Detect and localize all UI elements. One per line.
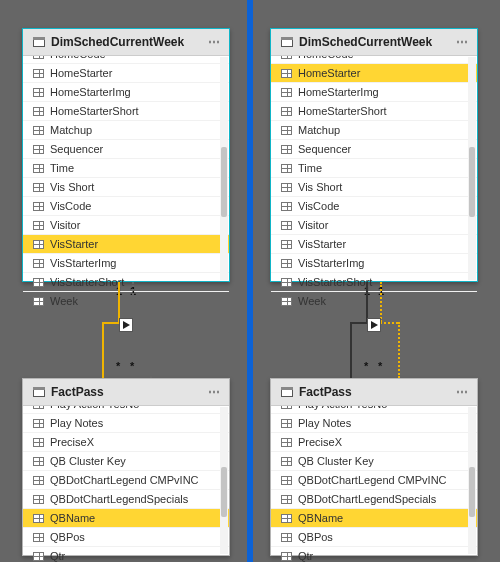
field-row[interactable]: HomeCode	[271, 56, 477, 63]
field-row[interactable]: Vis Short	[23, 177, 229, 196]
field-row[interactable]: QBDotChartLegend CMPvINC	[23, 470, 229, 489]
column-icon	[33, 183, 44, 192]
field-row[interactable]: Week	[23, 291, 229, 310]
scrollbar[interactable]	[468, 407, 476, 554]
field-row[interactable]: QBName	[23, 508, 229, 527]
field-row[interactable]: HomeStarterShort	[271, 101, 477, 120]
field-row[interactable]: Matchup	[271, 120, 477, 139]
field-row[interactable]: QBDotChartLegend CMPvINC	[271, 470, 477, 489]
field-row[interactable]: HomeStarterShort	[23, 101, 229, 120]
field-row[interactable]: Time	[23, 158, 229, 177]
column-icon	[33, 476, 44, 485]
column-icon	[281, 240, 292, 249]
scrollbar[interactable]	[468, 57, 476, 280]
table-dim-right[interactable]: DimSchedCurrentWeek ⋯ HomeCodeHomeStarte…	[270, 28, 478, 282]
field-row[interactable]: HomeCode	[23, 56, 229, 63]
column-icon	[33, 419, 44, 428]
field-row[interactable]: PreciseX	[23, 432, 229, 451]
more-icon[interactable]: ⋯	[208, 385, 221, 399]
scrollbar[interactable]	[220, 57, 228, 280]
table-dim-left[interactable]: DimSchedCurrentWeek ⋯ HomeCodeHomeStarte…	[22, 28, 230, 282]
table-title: DimSchedCurrentWeek	[299, 35, 432, 49]
field-row[interactable]: HomeStarterImg	[23, 82, 229, 101]
column-icon	[33, 126, 44, 135]
model-canvas[interactable]: DimSchedCurrentWeek ⋯ HomeCodeHomeStarte…	[0, 0, 500, 562]
table-fact-right[interactable]: FactPass ⋯ Play Action YesNoPlay NotesPr…	[270, 378, 478, 556]
field-row[interactable]: Play Action YesNo	[23, 406, 229, 413]
field-row[interactable]: HomeStarterImg	[271, 82, 477, 101]
field-row[interactable]: VisStarter	[23, 234, 229, 253]
table-header[interactable]: FactPass ⋯	[23, 379, 229, 406]
field-row[interactable]: Play Notes	[271, 413, 477, 432]
more-icon[interactable]: ⋯	[208, 35, 221, 49]
field-row[interactable]: Sequencer	[271, 139, 477, 158]
column-icon	[33, 202, 44, 211]
field-row[interactable]: QBPos	[23, 527, 229, 546]
field-row[interactable]: QB Cluster Key	[271, 451, 477, 470]
filter-direction-icon[interactable]	[119, 318, 133, 332]
column-icon	[33, 552, 44, 561]
field-list[interactable]: Play Action YesNoPlay NotesPreciseXQB Cl…	[271, 406, 477, 562]
field-row[interactable]: Visitor	[271, 215, 477, 234]
field-row[interactable]: Play Action YesNo	[271, 406, 477, 413]
column-icon	[281, 107, 292, 116]
table-header[interactable]: DimSchedCurrentWeek ⋯	[23, 29, 229, 56]
field-row[interactable]: Qtr	[271, 546, 477, 562]
field-label: Play Notes	[298, 417, 351, 429]
table-icon	[33, 387, 45, 397]
field-row[interactable]: VisStarterImg	[23, 253, 229, 272]
field-row[interactable]: VisCode	[271, 196, 477, 215]
field-row[interactable]: Vis Short	[271, 177, 477, 196]
field-label: HomeCode	[298, 56, 354, 60]
field-row[interactable]: Week	[271, 291, 477, 310]
table-title: FactPass	[51, 385, 104, 399]
field-row[interactable]: QBDotChartLegendSpecials	[23, 489, 229, 508]
column-icon	[281, 438, 292, 447]
table-header[interactable]: FactPass ⋯	[271, 379, 477, 406]
table-header[interactable]: DimSchedCurrentWeek ⋯	[271, 29, 477, 56]
field-label: QBDotChartLegendSpecials	[50, 493, 188, 505]
more-icon[interactable]: ⋯	[456, 35, 469, 49]
field-row[interactable]: Sequencer	[23, 139, 229, 158]
field-list[interactable]: HomeCodeHomeStarterHomeStarterImgHomeSta…	[271, 56, 477, 310]
field-row[interactable]: VisCode	[23, 196, 229, 215]
field-label: HomeCode	[50, 56, 106, 60]
more-icon[interactable]: ⋯	[456, 385, 469, 399]
filter-direction-icon[interactable]	[367, 318, 381, 332]
field-label: VisStarterImg	[298, 257, 364, 269]
column-icon	[281, 126, 292, 135]
field-label: Matchup	[50, 124, 92, 136]
field-list[interactable]: HomeCodeHomeStarterHomeStarterImgHomeSta…	[23, 56, 229, 310]
field-row[interactable]: Qtr	[23, 546, 229, 562]
table-fact-left[interactable]: FactPass ⋯ Play Action YesNoPlay NotesPr…	[22, 378, 230, 556]
field-row[interactable]: QBPos	[271, 527, 477, 546]
field-label: VisCode	[298, 200, 339, 212]
column-icon	[281, 221, 292, 230]
field-row[interactable]: QBName	[271, 508, 477, 527]
field-row[interactable]: Time	[271, 158, 477, 177]
field-label: Play Notes	[50, 417, 103, 429]
field-list[interactable]: Play Action YesNoPlay NotesPreciseXQB Cl…	[23, 406, 229, 562]
field-row[interactable]: QBDotChartLegendSpecials	[271, 489, 477, 508]
field-row[interactable]: VisStarter	[271, 234, 477, 253]
column-icon	[281, 278, 292, 287]
field-row[interactable]: VisStarterImg	[271, 253, 477, 272]
field-row[interactable]: QB Cluster Key	[23, 451, 229, 470]
cardinality-many: *	[116, 360, 120, 372]
field-row[interactable]: VisStarterShort	[23, 272, 229, 291]
field-row[interactable]: PreciseX	[271, 432, 477, 451]
cardinality-many: *	[130, 360, 134, 372]
field-label: HomeStarterImg	[50, 86, 131, 98]
field-row[interactable]: Visitor	[23, 215, 229, 234]
scrollbar[interactable]	[220, 407, 228, 554]
field-row[interactable]: HomeStarter	[23, 63, 229, 82]
field-label: HomeStarterShort	[50, 105, 139, 117]
column-icon	[33, 221, 44, 230]
field-label: HomeStarterImg	[298, 86, 379, 98]
field-row[interactable]: Matchup	[23, 120, 229, 139]
field-row[interactable]: Play Notes	[23, 413, 229, 432]
field-label: Time	[50, 162, 74, 174]
field-row[interactable]: HomeStarter	[271, 63, 477, 82]
field-row[interactable]: VisStarterShort	[271, 272, 477, 291]
field-label: Sequencer	[298, 143, 351, 155]
